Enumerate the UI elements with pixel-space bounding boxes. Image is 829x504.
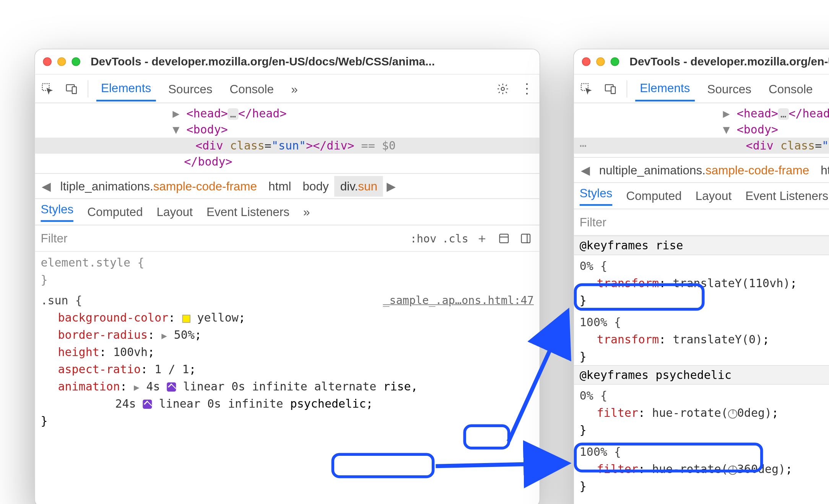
- crumb-frame[interactable]: nultiple_animations.sample-code-frame: [593, 160, 815, 180]
- angle-swatch-icon[interactable]: [728, 410, 737, 419]
- kf-rise-0[interactable]: 0% {: [580, 257, 607, 275]
- breadcrumb[interactable]: ◀ ltiple_animations.sample-code-frame ht…: [35, 174, 539, 199]
- breadcrumb[interactable]: ◀ nultiple_animations.sample-code-frame …: [574, 158, 829, 183]
- dom-tree[interactable]: ▶ <head>…</head> ▼ <body> <div class="su…: [35, 103, 539, 174]
- brace-close: }: [41, 271, 533, 288]
- close-icon[interactable]: [43, 57, 51, 66]
- subtab-styles[interactable]: Styles: [580, 186, 613, 206]
- val-background-color[interactable]: yellow: [197, 311, 238, 325]
- prop-height[interactable]: height: [58, 345, 99, 359]
- prop-filter[interactable]: filter: [597, 462, 638, 476]
- zoom-icon[interactable]: [611, 57, 619, 66]
- subtab-styles[interactable]: Styles: [41, 202, 73, 222]
- close-icon[interactable]: [582, 57, 590, 66]
- new-rule-icon[interactable]: ＋: [474, 230, 490, 246]
- source-link[interactable]: _sample_.ap…ons.html:47: [383, 292, 533, 309]
- keyframes-header-psychedelic: @keyframes psychedelic: [574, 365, 829, 385]
- styles-filter-input[interactable]: Filter: [41, 231, 404, 245]
- subtab-computed[interactable]: Computed: [87, 205, 143, 219]
- val-height[interactable]: 100vh: [113, 345, 148, 359]
- val-anim1-mid[interactable]: linear 0s infinite alternate: [183, 380, 384, 393]
- val-part: hue-rotate(: [652, 462, 728, 476]
- val-angle[interactable]: 360deg: [737, 462, 779, 476]
- prop-transform[interactable]: transform: [597, 276, 659, 290]
- rule-element-style[interactable]: element.style {: [41, 254, 144, 271]
- tab-sources[interactable]: Sources: [702, 76, 756, 101]
- crumb-next-icon[interactable]: ▶: [383, 179, 399, 193]
- rule-selector-sun[interactable]: .sun {: [41, 292, 82, 309]
- more-tabs-icon[interactable]: »: [825, 76, 829, 101]
- prop-border-radius[interactable]: border-radius: [58, 328, 148, 342]
- tab-elements[interactable]: Elements: [635, 76, 694, 101]
- prop-transform[interactable]: transform: [597, 333, 659, 346]
- tab-console[interactable]: Console: [764, 76, 818, 101]
- val-aspect-ratio[interactable]: 1 / 1: [154, 363, 189, 376]
- hov-toggle[interactable]: :hov: [410, 232, 437, 244]
- subtab-layout[interactable]: Layout: [156, 205, 193, 219]
- val-anim2-dur[interactable]: 24s: [115, 397, 143, 411]
- zoom-icon[interactable]: [72, 57, 80, 66]
- inspect-icon[interactable]: [579, 81, 595, 97]
- tab-sources[interactable]: Sources: [164, 76, 217, 101]
- keyframes-link-psychedelic[interactable]: psychedelic: [290, 397, 366, 411]
- brace-close: }: [580, 421, 829, 439]
- val-transform[interactable]: translateY(0): [673, 333, 762, 346]
- device-toggle-icon[interactable]: [63, 81, 80, 97]
- prop-animation[interactable]: animation: [58, 380, 120, 393]
- cls-toggle[interactable]: .cls: [442, 232, 468, 244]
- svg-rect-8: [611, 86, 615, 93]
- kebab-icon[interactable]: ⋮: [519, 81, 535, 97]
- window-title: DevTools - developer.mozilla.org/en-US/d…: [629, 55, 829, 68]
- kf-psy-100[interactable]: 100% {: [580, 443, 621, 460]
- crumb-div-sun[interactable]: div.sun: [335, 176, 383, 197]
- tab-console[interactable]: Console: [225, 76, 279, 101]
- brace-close: }: [580, 292, 829, 309]
- val-part: hue-rotate(: [652, 406, 728, 420]
- crumb-body[interactable]: body: [297, 176, 334, 197]
- brace-close: }: [580, 348, 829, 365]
- sidebar-toggle-icon[interactable]: [518, 230, 534, 246]
- crumb-prev-icon[interactable]: ◀: [38, 179, 54, 193]
- computed-toggle-icon[interactable]: [496, 230, 512, 246]
- row-actions-icon[interactable]: ⋯: [580, 138, 587, 154]
- val-anim1-dur[interactable]: 4s: [146, 380, 167, 393]
- more-subtabs-icon[interactable]: »: [303, 205, 310, 219]
- subtab-event-listeners[interactable]: Event Listeners: [745, 189, 828, 203]
- window-title: DevTools - developer.mozilla.org/en-US/d…: [91, 55, 435, 68]
- crumb-prev-icon[interactable]: ◀: [577, 163, 593, 177]
- prop-aspect-ratio[interactable]: aspect-ratio: [58, 363, 141, 376]
- kf-rise-100[interactable]: 100% {: [580, 314, 621, 331]
- minimize-icon[interactable]: [596, 57, 605, 66]
- styles-filter-input[interactable]: Filter: [580, 215, 829, 229]
- crumb-html[interactable]: html: [815, 160, 829, 180]
- subtab-computed[interactable]: Computed: [626, 189, 682, 203]
- crumb-frame[interactable]: ltiple_animations.sample-code-frame: [54, 176, 263, 197]
- crumb-html[interactable]: html: [263, 176, 297, 197]
- tab-elements[interactable]: Elements: [96, 76, 156, 101]
- color-swatch-icon[interactable]: [182, 315, 190, 323]
- selected-dollar0: == $0: [354, 139, 396, 153]
- svg-rect-5: [522, 234, 530, 242]
- val-anim2-mid[interactable]: linear 0s infinite: [159, 397, 290, 411]
- val-border-radius[interactable]: 50%: [174, 328, 195, 342]
- angle-swatch-icon[interactable]: [728, 465, 737, 475]
- val-transform[interactable]: translateY(110vh): [673, 276, 790, 290]
- subtab-layout[interactable]: Layout: [696, 189, 732, 203]
- inspect-icon[interactable]: [39, 81, 55, 97]
- subtab-event-listeners[interactable]: Event Listeners: [206, 205, 289, 219]
- val-part: ): [779, 462, 785, 476]
- minimize-icon[interactable]: [57, 57, 66, 66]
- brace-close: }: [580, 478, 829, 495]
- prop-filter[interactable]: filter: [597, 406, 638, 420]
- gear-icon[interactable]: [495, 81, 511, 97]
- device-toggle-icon[interactable]: [603, 81, 619, 97]
- easing-swatch-icon[interactable]: [143, 400, 152, 409]
- dom-tree[interactable]: ▶ <head>…</head> ▼ <body> ⋯<div class="s…: [574, 103, 829, 158]
- easing-swatch-icon[interactable]: [167, 382, 176, 392]
- more-tabs-icon[interactable]: »: [286, 76, 302, 101]
- val-angle[interactable]: 0deg: [737, 406, 765, 420]
- prop-background-color[interactable]: background-color: [58, 311, 168, 325]
- kf-psy-0[interactable]: 0% {: [580, 387, 607, 404]
- styles-rules[interactable]: element.style { } .sun { _sample_.ap…ons…: [35, 252, 539, 435]
- keyframes-link-rise[interactable]: rise: [383, 380, 411, 393]
